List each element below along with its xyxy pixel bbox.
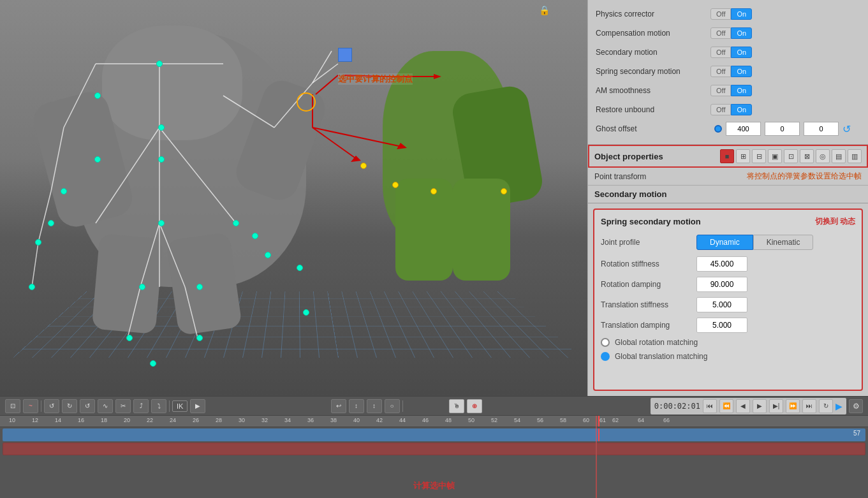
go-end-btn[interactable]: ⏭	[802, 399, 816, 413]
toolbar-btn-11[interactable]: ↩	[331, 399, 346, 413]
control-point[interactable]	[94, 92, 101, 99]
step-fwd-btn[interactable]: ⏩	[786, 399, 800, 413]
dynamic-btn[interactable]: Dynamic	[696, 235, 753, 250]
restore-unbound-off-btn[interactable]: Off	[710, 104, 731, 115]
ghost-offset-z[interactable]	[804, 122, 839, 136]
control-point[interactable]	[252, 233, 258, 239]
translation-stiffness-input[interactable]	[696, 297, 747, 312]
kinematic-btn[interactable]: Kinematic	[753, 235, 814, 250]
control-point[interactable]	[35, 239, 41, 245]
translation-damping-input[interactable]	[696, 318, 747, 333]
settings-btn[interactable]: ⚙	[849, 399, 863, 413]
ik-button[interactable]: IK	[172, 400, 188, 412]
toolbar-btn-9[interactable]: ⤵	[151, 399, 166, 413]
control-point[interactable]	[29, 284, 35, 290]
control-point[interactable]	[297, 265, 303, 271]
yellow-control-point[interactable]	[392, 182, 399, 188]
obj-icon-5[interactable]: ⊡	[784, 149, 798, 163]
toolbar-btn-2[interactable]: ~	[23, 399, 38, 413]
viewport-3d[interactable]: 🔒 选中要计算的控制点	[0, 0, 587, 396]
ghost-reset-btn[interactable]: ↺	[842, 123, 851, 135]
ghost-offset-label: Ghost offset	[596, 124, 710, 133]
target-btn[interactable]: ⊕	[467, 399, 482, 413]
compensation-motion-on-btn[interactable]: On	[731, 27, 752, 39]
control-point[interactable]	[61, 188, 67, 194]
obj-icon-8[interactable]: ▤	[832, 149, 846, 163]
control-point[interactable]	[158, 156, 165, 163]
obj-icon-6[interactable]: ⊠	[800, 149, 814, 163]
play-btn[interactable]: ▶	[753, 399, 767, 413]
obj-icon-4[interactable]: ▣	[768, 149, 782, 163]
toolbar-btn-6[interactable]: ∿	[98, 399, 113, 413]
joint-profile-buttons: Dynamic Kinematic	[696, 235, 813, 250]
spring-secondary-motion-off-btn[interactable]: Off	[710, 66, 731, 77]
global-translation-matching-radio[interactable]	[601, 352, 610, 361]
go-start-btn[interactable]: ⏮	[703, 399, 717, 413]
obj-icon-7[interactable]: ◎	[816, 149, 830, 163]
obj-icon-1[interactable]: ■	[720, 149, 734, 163]
physics-corrector-on-btn[interactable]: On	[731, 8, 752, 20]
spring-secondary-motion-label: Spring secondary motion	[596, 67, 710, 76]
am-smoothness-off-btn[interactable]: Off	[710, 85, 731, 96]
am-smoothness-on-btn[interactable]: On	[731, 85, 752, 96]
timecode: 0:00:02:01	[654, 402, 700, 411]
secondary-motion-toggle: Off On	[710, 47, 752, 58]
joint-profile-label: Joint profile	[601, 238, 696, 247]
toolbar-btn-14[interactable]: ○	[385, 399, 400, 413]
loop-btn[interactable]: ↻	[819, 399, 833, 413]
physics-corrector-off-btn[interactable]: Off	[710, 8, 731, 20]
ruler-mark-28: 28	[216, 417, 222, 423]
ruler-mark-56: 56	[537, 417, 543, 423]
global-rotation-matching-radio[interactable]	[601, 338, 610, 347]
control-point[interactable]	[303, 309, 309, 316]
toolbar-btn-4[interactable]: ↻	[62, 399, 77, 413]
prev-frame-btn[interactable]: ◀	[736, 399, 750, 413]
ruler-mark-64: 64	[638, 417, 644, 423]
toolbar-btn-1[interactable]: ⊡	[5, 399, 20, 413]
obj-icon-3[interactable]: ⊟	[752, 149, 766, 163]
obj-icon-9[interactable]: ▥	[848, 149, 862, 163]
restore-unbound-on-btn[interactable]: On	[731, 104, 752, 115]
control-point[interactable]	[94, 156, 101, 163]
mouse-btn[interactable]: 🖱	[449, 399, 464, 413]
secondary-motion-bar: Secondary motion	[588, 186, 868, 203]
yellow-control-point[interactable]	[430, 188, 437, 194]
toolbar-btn-12[interactable]: ↕	[349, 399, 364, 413]
control-point[interactable]	[196, 335, 203, 341]
rotation-damping-input[interactable]	[696, 277, 747, 292]
step-back-btn[interactable]: ⏪	[719, 399, 733, 413]
toolbar-btn-7[interactable]: ✂	[115, 399, 131, 413]
compensation-motion-off-btn[interactable]: Off	[710, 27, 731, 39]
toolbar-btn-13[interactable]: ↕	[367, 399, 382, 413]
obj-icon-2[interactable]: ⊞	[736, 149, 750, 163]
toolbar-btn-5[interactable]: ↺	[80, 399, 95, 413]
control-point[interactable]	[48, 220, 54, 226]
yellow-control-point[interactable]	[360, 163, 367, 169]
next-frame-btn[interactable]: ▶|	[769, 399, 783, 413]
secondary-motion-off-btn[interactable]: Off	[710, 47, 731, 58]
timeline-track-2[interactable]	[3, 443, 865, 455]
control-point[interactable]	[139, 284, 145, 290]
timeline-track-1[interactable]: 57	[3, 428, 865, 441]
control-point[interactable]	[158, 220, 165, 226]
control-point[interactable]	[150, 360, 156, 367]
control-point[interactable]	[196, 284, 203, 290]
toolbar-btn-arrow[interactable]: ▶	[190, 399, 205, 413]
spring-secondary-motion-on-btn[interactable]: On	[731, 66, 752, 77]
control-point[interactable]	[158, 124, 165, 131]
yellow-control-point[interactable]	[501, 188, 507, 194]
play-blue-btn[interactable]: ▶	[835, 401, 842, 411]
toolbar-btn-8[interactable]: ⤴	[133, 399, 149, 413]
point-transform-bar: Point transform 将控制点的弹簧参数设置给选中帧	[588, 168, 868, 186]
rotation-stiffness-input[interactable]	[696, 256, 747, 272]
toolbar-btn-3[interactable]: ↺	[44, 399, 59, 413]
secondary-motion-on-btn[interactable]: On	[731, 47, 752, 58]
ghost-offset-x[interactable]	[726, 122, 761, 136]
control-point[interactable]	[265, 252, 271, 258]
control-point[interactable]	[233, 220, 239, 226]
control-point[interactable]	[156, 61, 163, 67]
ghost-offset-y[interactable]	[765, 122, 800, 136]
spring-panel-title: Spring secondary motion	[601, 217, 701, 226]
ruler-mark-16: 16	[78, 417, 84, 423]
control-point[interactable]	[126, 335, 133, 341]
